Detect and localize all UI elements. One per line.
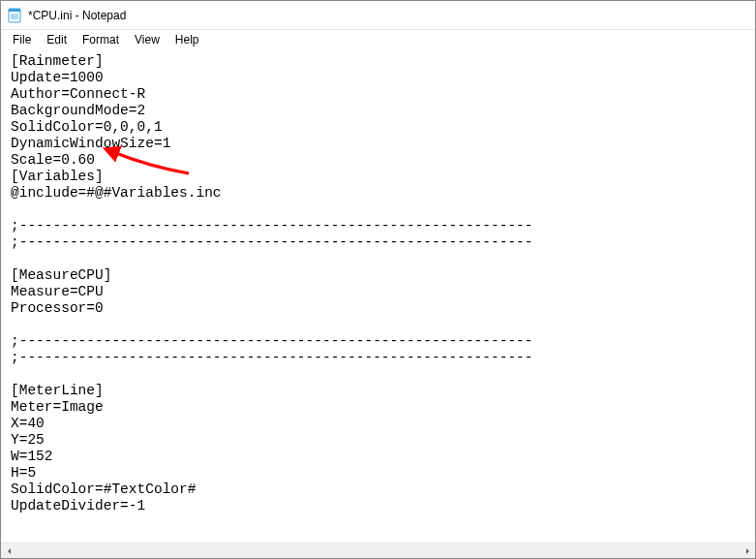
menu-edit[interactable]: Edit [39, 32, 75, 47]
editor-textarea[interactable]: [Rainmeter] Update=1000 Author=Connect-R… [11, 53, 755, 543]
svg-marker-6 [8, 548, 11, 554]
window-title: *CPU.ini - Notepad [28, 9, 126, 22]
menubar: File Edit Format View Help [1, 30, 755, 49]
menu-help[interactable]: Help [167, 32, 207, 47]
menu-file[interactable]: File [5, 32, 39, 47]
menu-view[interactable]: View [127, 32, 167, 47]
horizontal-scrollbar[interactable] [1, 543, 755, 558]
svg-marker-7 [746, 548, 749, 554]
scroll-track[interactable] [17, 543, 739, 559]
titlebar: *CPU.ini - Notepad [1, 1, 755, 30]
svg-rect-1 [9, 9, 20, 12]
notepad-icon [7, 8, 22, 23]
scroll-left-icon[interactable] [1, 543, 17, 559]
menu-format[interactable]: Format [75, 32, 127, 47]
scroll-right-icon[interactable] [739, 543, 755, 559]
